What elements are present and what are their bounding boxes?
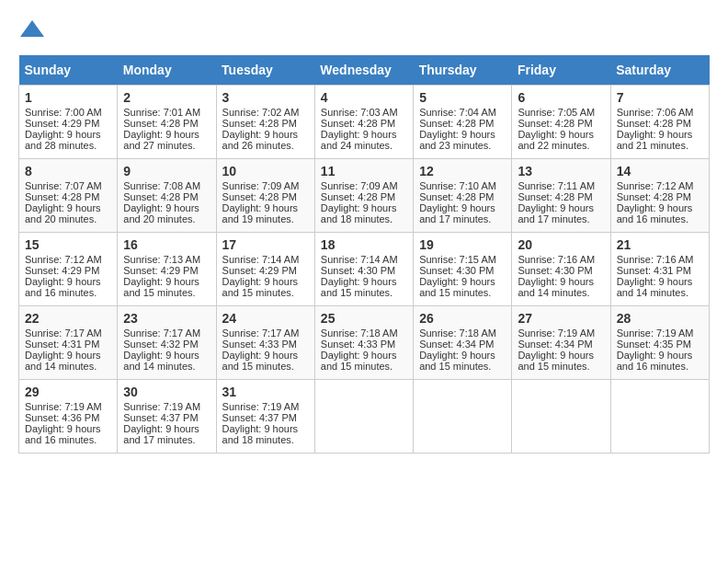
- calendar-cell-day-10: 10Sunrise: 7:09 AMSunset: 4:28 PMDayligh…: [216, 159, 314, 233]
- calendar-cell-day-14: 14Sunrise: 7:12 AMSunset: 4:28 PMDayligh…: [610, 159, 709, 233]
- day-info-line: Sunset: 4:34 PM: [518, 339, 604, 350]
- day-info-line: and 20 minutes.: [25, 213, 111, 224]
- day-info-line: Sunset: 4:30 PM: [518, 265, 604, 276]
- calendar-cell-day-2: 2Sunrise: 7:01 AMSunset: 4:28 PMDaylight…: [118, 86, 216, 159]
- day-info-line: Sunrise: 7:16 AM: [617, 254, 703, 265]
- day-info-line: and 24 minutes.: [321, 140, 407, 151]
- day-info-line: Sunset: 4:35 PM: [617, 339, 703, 350]
- day-info-line: Sunrise: 7:19 AM: [123, 401, 210, 412]
- day-info-line: and 15 minutes.: [321, 287, 407, 298]
- day-info-line: Daylight: 9 hours: [518, 202, 604, 213]
- day-info-line: Sunrise: 7:12 AM: [25, 254, 111, 265]
- day-info-line: Sunset: 4:28 PM: [518, 191, 604, 202]
- day-number: 20: [518, 237, 604, 252]
- day-info-line: and 16 minutes.: [617, 361, 703, 372]
- calendar-cell-day-12: 12Sunrise: 7:10 AMSunset: 4:28 PMDayligh…: [414, 159, 512, 233]
- day-number: 29: [25, 385, 111, 399]
- calendar-cell-empty: [314, 380, 413, 454]
- day-info-line: Sunrise: 7:11 AM: [518, 180, 604, 191]
- day-info-line: Sunrise: 7:16 AM: [518, 254, 604, 265]
- day-info-line: Sunset: 4:33 PM: [222, 339, 309, 350]
- day-info-line: Sunset: 4:29 PM: [123, 265, 210, 276]
- day-info-line: and 21 minutes.: [617, 140, 703, 151]
- day-info-line: Daylight: 9 hours: [222, 202, 309, 213]
- day-info-line: Sunset: 4:28 PM: [123, 118, 210, 129]
- day-info-line: and 18 minutes.: [321, 213, 407, 224]
- day-number: 15: [25, 237, 111, 252]
- day-info-line: Sunset: 4:31 PM: [617, 265, 703, 276]
- day-info-line: and 16 minutes.: [617, 213, 703, 224]
- day-info-line: Daylight: 9 hours: [419, 129, 506, 140]
- day-info-line: Daylight: 9 hours: [222, 276, 309, 287]
- calendar-cell-day-8: 8Sunrise: 7:07 AMSunset: 4:28 PMDaylight…: [19, 159, 118, 233]
- day-number: 18: [321, 237, 407, 252]
- calendar-row: 29Sunrise: 7:19 AMSunset: 4:36 PMDayligh…: [19, 380, 710, 454]
- day-info-line: Sunrise: 7:01 AM: [123, 107, 210, 118]
- calendar-cell-day-19: 19Sunrise: 7:15 AMSunset: 4:30 PMDayligh…: [414, 233, 512, 306]
- day-info-line: Daylight: 9 hours: [123, 202, 210, 213]
- day-info-line: and 15 minutes.: [419, 287, 506, 298]
- day-info-line: Sunrise: 7:15 AM: [419, 254, 506, 265]
- day-info-line: Daylight: 9 hours: [25, 423, 111, 434]
- day-header-tuesday: Tuesday: [216, 55, 314, 86]
- day-info-line: Daylight: 9 hours: [123, 423, 210, 434]
- day-info-line: Sunrise: 7:18 AM: [419, 327, 506, 339]
- day-info-line: and 18 minutes.: [222, 434, 309, 445]
- day-info-line: and 23 minutes.: [419, 140, 506, 151]
- day-info-line: Sunset: 4:32 PM: [123, 339, 210, 350]
- day-info-line: Daylight: 9 hours: [419, 276, 506, 287]
- day-info-line: Daylight: 9 hours: [419, 350, 506, 361]
- day-number: 9: [123, 164, 210, 178]
- logo: [18, 18, 50, 46]
- calendar-cell-day-17: 17Sunrise: 7:14 AMSunset: 4:29 PMDayligh…: [216, 233, 314, 306]
- day-info-line: Sunrise: 7:19 AM: [617, 327, 703, 339]
- day-number: 31: [222, 385, 309, 399]
- day-number: 3: [222, 90, 309, 105]
- day-header-wednesday: Wednesday: [314, 55, 413, 86]
- day-info-line: Sunset: 4:28 PM: [25, 191, 111, 202]
- day-info-line: and 16 minutes.: [25, 287, 111, 298]
- day-info-line: Sunrise: 7:05 AM: [518, 107, 604, 118]
- day-number: 22: [25, 311, 111, 326]
- calendar-cell-empty: [512, 380, 610, 454]
- day-info-line: and 15 minutes.: [518, 361, 604, 372]
- calendar-cell-empty: [414, 380, 512, 454]
- day-info-line: Sunset: 4:37 PM: [123, 412, 210, 423]
- day-info-line: and 19 minutes.: [222, 213, 309, 224]
- day-info-line: Sunset: 4:28 PM: [419, 191, 506, 202]
- day-info-line: Sunrise: 7:19 AM: [25, 401, 111, 412]
- day-number: 21: [617, 237, 703, 252]
- calendar-row: 22Sunrise: 7:17 AMSunset: 4:31 PMDayligh…: [19, 306, 710, 380]
- day-info-line: and 28 minutes.: [25, 140, 111, 151]
- day-info-line: Daylight: 9 hours: [222, 129, 309, 140]
- day-info-line: Sunrise: 7:17 AM: [123, 327, 210, 339]
- day-info-line: Daylight: 9 hours: [617, 276, 703, 287]
- day-info-line: and 16 minutes.: [25, 434, 111, 445]
- day-info-line: Sunset: 4:29 PM: [222, 265, 309, 276]
- day-info-line: Sunset: 4:28 PM: [222, 118, 309, 129]
- day-number: 28: [617, 311, 703, 326]
- day-info-line: Daylight: 9 hours: [123, 129, 210, 140]
- day-header-sunday: Sunday: [19, 55, 118, 86]
- day-number: 1: [25, 90, 111, 105]
- day-info-line: Daylight: 9 hours: [617, 202, 703, 213]
- calendar-cell-day-11: 11Sunrise: 7:09 AMSunset: 4:28 PMDayligh…: [314, 159, 413, 233]
- day-info-line: Sunset: 4:34 PM: [419, 339, 506, 350]
- calendar-cell-day-16: 16Sunrise: 7:13 AMSunset: 4:29 PMDayligh…: [118, 233, 216, 306]
- day-info-line: Sunset: 4:28 PM: [617, 118, 703, 129]
- calendar-cell-day-7: 7Sunrise: 7:06 AMSunset: 4:28 PMDaylight…: [610, 86, 709, 159]
- calendar-cell-day-28: 28Sunrise: 7:19 AMSunset: 4:35 PMDayligh…: [610, 306, 709, 380]
- day-info-line: and 15 minutes.: [419, 361, 506, 372]
- calendar-cell-day-22: 22Sunrise: 7:17 AMSunset: 4:31 PMDayligh…: [19, 306, 118, 380]
- day-info-line: Daylight: 9 hours: [518, 129, 604, 140]
- day-info-line: Sunrise: 7:04 AM: [419, 107, 506, 118]
- calendar-cell-day-27: 27Sunrise: 7:19 AMSunset: 4:34 PMDayligh…: [512, 306, 610, 380]
- day-number: 23: [123, 311, 210, 326]
- day-info-line: Sunset: 4:28 PM: [419, 118, 506, 129]
- day-info-line: and 15 minutes.: [321, 361, 407, 372]
- day-info-line: Sunrise: 7:17 AM: [25, 327, 111, 339]
- header: [18, 18, 710, 46]
- calendar-cell-day-26: 26Sunrise: 7:18 AMSunset: 4:34 PMDayligh…: [414, 306, 512, 380]
- calendar-cell-day-18: 18Sunrise: 7:14 AMSunset: 4:30 PMDayligh…: [314, 233, 413, 306]
- calendar-cell-day-21: 21Sunrise: 7:16 AMSunset: 4:31 PMDayligh…: [610, 233, 709, 306]
